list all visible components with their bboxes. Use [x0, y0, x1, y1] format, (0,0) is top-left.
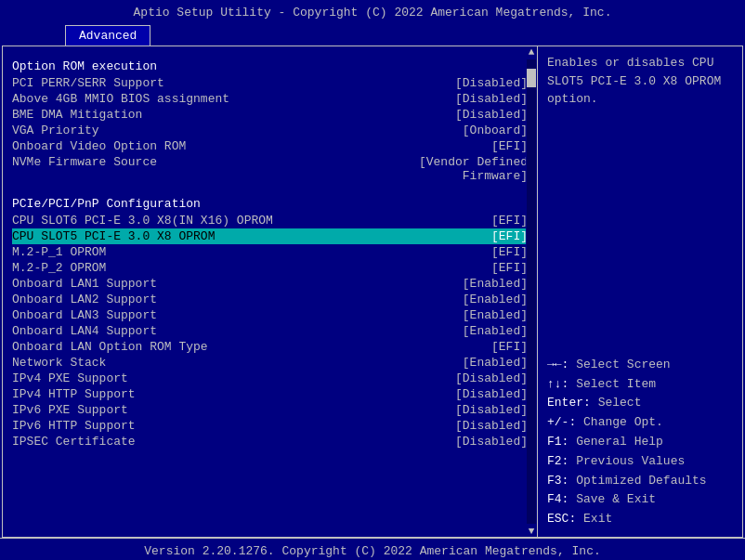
item-ipv6-pxe[interactable]: IPv6 PXE Support [Disabled] — [12, 402, 528, 418]
item-lan2[interactable]: Onboard LAN2 Support [Enabled] — [12, 292, 528, 307]
item-network-stack[interactable]: Network Stack [Enabled] — [12, 355, 528, 371]
item-m2-p2[interactable]: M.2-P_2 OPROM [EFI] — [12, 260, 528, 276]
item-lan4[interactable]: Onboard LAN4 Support [Enabled] — [12, 323, 528, 339]
scrollbar[interactable]: ▲ ▼ — [526, 46, 537, 537]
help-desc-6: Optimized Defaults — [576, 474, 706, 488]
help-text-top: Enables or disables CPU SLOT5 PCI-E 3.0 … — [547, 54, 733, 109]
scroll-down-arrow[interactable]: ▼ — [529, 526, 535, 537]
help-item-1: ↑↓: Select Item — [547, 375, 733, 395]
title-text: Aptio Setup Utility - Copyright (C) 2022… — [134, 6, 612, 20]
scroll-up-arrow[interactable]: ▲ — [529, 46, 535, 58]
help-key-4: F1: — [547, 435, 569, 449]
item-lan-rom-type[interactable]: Onboard LAN Option ROM Type [EFI] — [12, 339, 528, 355]
item-ipv4-pxe[interactable]: IPv4 PXE Support [Disabled] — [12, 371, 528, 386]
help-key-6: F3: — [547, 474, 569, 488]
help-key-7: F4: — [547, 492, 569, 506]
section-pcie: PCIe/PCI/PnP Configuration — [12, 197, 528, 211]
help-key-3: +/-: — [547, 415, 576, 429]
help-desc-1: Select Item — [576, 377, 656, 391]
item-bme-dma[interactable]: BME DMA Mitigation [Disabled] — [12, 107, 528, 123]
help-key-0: →←: — [547, 358, 569, 371]
item-lan3[interactable]: Onboard LAN3 Support [Enabled] — [12, 307, 528, 323]
help-key-8: ESC: — [547, 512, 576, 526]
item-slot5[interactable]: CPU SLOT5 PCI-E 3.0 X8 OPROM [EFI] — [12, 228, 528, 244]
help-desc-4: General Help — [576, 435, 663, 449]
help-desc-0: Select Screen — [576, 358, 670, 371]
footer-text: Version 2.20.1276. Copyright (C) 2022 Am… — [144, 544, 600, 558]
footer-bar: Version 2.20.1276. Copyright (C) 2022 Am… — [0, 538, 745, 560]
right-panel: Enables or disables CPU SLOT5 PCI-E 3.0 … — [538, 46, 742, 537]
help-item-5: F2: Previous Values — [547, 452, 733, 472]
help-desc-7: Save & Exit — [576, 492, 656, 506]
item-ipv4-http[interactable]: IPv4 HTTP Support [Disabled] — [12, 386, 528, 402]
item-lan1[interactable]: Onboard LAN1 Support [Enabled] — [12, 276, 528, 292]
title-bar: Aptio Setup Utility - Copyright (C) 2022… — [0, 0, 745, 25]
scroll-thumb — [527, 69, 536, 87]
scroll-track[interactable] — [527, 59, 536, 524]
help-item-4: F1: General Help — [547, 433, 733, 452]
item-onboard-video[interactable]: Onboard Video Option ROM [EFI] — [12, 138, 528, 154]
item-m2-p1[interactable]: M.2-P_1 OPROM [EFI] — [12, 244, 528, 260]
item-ipv6-http[interactable]: IPv6 HTTP Support [Disabled] — [12, 418, 528, 434]
tab-bar: Advanced — [0, 25, 745, 46]
section-option-rom: Option ROM execution — [12, 59, 528, 73]
item-nvme-firmware[interactable]: NVMe Firmware Source [Vendor Defined Fir… — [12, 154, 528, 184]
help-key-1: ↑↓: — [547, 377, 569, 391]
help-desc-8: Exit — [583, 512, 612, 526]
help-item-6: F3: Optimized Defaults — [547, 472, 733, 491]
left-panel: Option ROM execution PCI PERR/SERR Suppo… — [3, 46, 538, 537]
help-key-5: F2: — [547, 454, 569, 468]
help-desc-3: Change Opt. — [583, 415, 663, 429]
help-item-2: Enter: Select — [547, 394, 733, 413]
main-container: Option ROM execution PCI PERR/SERR Suppo… — [2, 46, 743, 538]
item-above-4gb[interactable]: Above 4GB MMIO BIOS assignment [Disabled… — [12, 91, 528, 107]
help-item-3: +/-: Change Opt. — [547, 413, 733, 433]
help-item-0: →←: Select Screen — [547, 356, 733, 375]
tab-advanced[interactable]: Advanced — [65, 25, 150, 46]
help-desc-2: Select — [598, 396, 642, 410]
item-vga-priority[interactable]: VGA Priority [Onboard] — [12, 123, 528, 138]
help-item-7: F4: Save & Exit — [547, 490, 733, 510]
help-key-2: Enter: — [547, 396, 591, 410]
help-text-bottom: →←: Select Screen ↑↓: Select Item Enter:… — [547, 356, 733, 529]
item-pci-perr[interactable]: PCI PERR/SERR Support [Disabled] — [12, 75, 528, 91]
item-slot6[interactable]: CPU SLOT6 PCI-E 3.0 X8(IN X16) OPROM [EF… — [12, 213, 528, 228]
item-ipsec[interactable]: IPSEC Certificate [Disabled] — [12, 434, 528, 449]
help-desc-5: Previous Values — [576, 454, 685, 468]
help-item-8: ESC: Exit — [547, 510, 733, 529]
